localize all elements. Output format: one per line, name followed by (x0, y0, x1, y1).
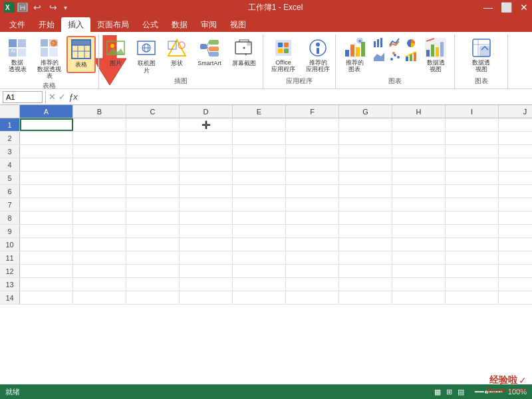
row-num-6[interactable]: 6 (0, 185, 20, 198)
online-picture-button[interactable]: 联机图片 (132, 36, 160, 76)
cell-b6[interactable] (73, 185, 126, 198)
cell-f3[interactable] (286, 145, 339, 158)
cell-b13[interactable] (73, 278, 126, 291)
cell-j8[interactable] (499, 211, 532, 224)
cell-b14[interactable] (73, 291, 126, 304)
cell-a1[interactable] (20, 118, 73, 131)
view-layout-icon[interactable]: ⊞ (446, 388, 452, 396)
col-header-g[interactable]: G (339, 105, 392, 118)
recommend-chart-button[interactable]: ★ 推荐的图表 (338, 36, 370, 74)
cell-g14[interactable] (339, 291, 392, 304)
cell-f8[interactable] (286, 211, 339, 224)
cell-i13[interactable] (446, 278, 499, 291)
row-num-14[interactable]: 14 (0, 291, 20, 304)
col-header-c[interactable]: C (126, 105, 180, 118)
cell-g8[interactable] (339, 211, 392, 224)
cell-h12[interactable] (392, 265, 446, 277)
cell-j9[interactable] (499, 225, 532, 237)
cell-b4[interactable] (73, 158, 126, 171)
cell-h8[interactable] (392, 211, 446, 224)
cell-a11[interactable] (20, 251, 73, 264)
cell-d6[interactable] (180, 185, 233, 198)
cell-i2[interactable] (446, 132, 499, 144)
cell-h6[interactable] (392, 185, 446, 198)
cell-g3[interactable] (339, 145, 392, 158)
cell-e13[interactable] (233, 278, 286, 291)
cell-e5[interactable] (233, 172, 286, 184)
cell-j12[interactable] (499, 265, 532, 277)
cell-d3[interactable] (180, 145, 233, 158)
area-chart-button[interactable] (372, 51, 386, 63)
undo-button[interactable]: ↩ (31, 2, 44, 13)
cell-h10[interactable] (392, 238, 446, 251)
cell-f13[interactable] (286, 278, 339, 291)
cell-reference-box[interactable]: A1 (3, 91, 43, 103)
cell-d13[interactable] (180, 278, 233, 291)
view-normal-icon[interactable]: ▦ (434, 388, 441, 396)
redo-button[interactable]: ↪ (47, 2, 60, 13)
cell-d14[interactable] (180, 291, 233, 304)
cell-c9[interactable] (126, 225, 180, 237)
cell-g7[interactable] (339, 198, 392, 211)
cell-g9[interactable] (339, 225, 392, 237)
cell-d9[interactable] (180, 225, 233, 237)
cell-c8[interactable] (126, 211, 180, 224)
cell-i9[interactable] (446, 225, 499, 237)
cell-h7[interactable] (392, 198, 446, 211)
cell-i1[interactable] (446, 118, 499, 131)
cell-b1[interactable] (73, 118, 126, 131)
confirm-formula-icon[interactable]: ✓ (59, 92, 66, 102)
cell-e2[interactable] (233, 132, 286, 144)
cell-g10[interactable] (339, 238, 392, 251)
cell-c13[interactable] (126, 278, 180, 291)
cell-a8[interactable] (20, 211, 73, 224)
pie-chart-button[interactable] (404, 37, 418, 49)
cell-i6[interactable] (446, 185, 499, 198)
cell-g6[interactable] (339, 185, 392, 198)
cell-h11[interactable] (392, 251, 446, 264)
cell-h1[interactable] (392, 118, 446, 131)
row-num-9[interactable]: 9 (0, 225, 20, 237)
cell-c10[interactable] (126, 238, 180, 251)
cell-b5[interactable] (73, 172, 126, 184)
cell-b2[interactable] (73, 132, 126, 144)
cell-b7[interactable] (73, 198, 126, 211)
cell-b9[interactable] (73, 225, 126, 237)
tab-data[interactable]: 数据 (165, 17, 194, 32)
col-header-a[interactable]: A (20, 105, 73, 118)
table-button[interactable]: 表格 (66, 36, 96, 73)
cell-g2[interactable] (339, 132, 392, 144)
cell-a5[interactable] (20, 172, 73, 184)
cell-d8[interactable] (180, 211, 233, 224)
cell-h13[interactable] (392, 278, 446, 291)
cell-b10[interactable] (73, 238, 126, 251)
picture-button[interactable]: 图片 (102, 36, 130, 73)
cell-a6[interactable] (20, 185, 73, 198)
view-pagebreak-icon[interactable]: ▤ (458, 388, 464, 396)
col-header-h[interactable]: H (392, 105, 446, 118)
cell-i4[interactable] (446, 158, 499, 171)
cell-c5[interactable] (126, 172, 180, 184)
cell-c7[interactable] (126, 198, 180, 211)
other-chart-button[interactable] (404, 51, 418, 63)
cell-a4[interactable] (20, 158, 73, 171)
cell-c6[interactable] (126, 185, 180, 198)
row-num-8[interactable]: 8 (0, 211, 20, 224)
tab-review[interactable]: 审阅 (194, 17, 223, 32)
cell-a3[interactable] (20, 145, 73, 158)
cell-j3[interactable] (499, 145, 532, 158)
cell-a14[interactable] (20, 291, 73, 304)
cell-a9[interactable] (20, 225, 73, 237)
cell-f6[interactable] (286, 185, 339, 198)
cell-f1[interactable] (286, 118, 339, 131)
cell-f7[interactable] (286, 198, 339, 211)
cell-d4[interactable] (180, 158, 233, 171)
line-chart-button[interactable] (388, 37, 402, 49)
cell-f4[interactable] (286, 158, 339, 171)
cell-j6[interactable] (499, 185, 532, 198)
col-header-j[interactable]: J (499, 105, 532, 118)
cell-b3[interactable] (73, 145, 126, 158)
cell-d7[interactable] (180, 198, 233, 211)
cancel-formula-icon[interactable]: ✕ (49, 92, 56, 102)
cell-d10[interactable] (180, 238, 233, 251)
